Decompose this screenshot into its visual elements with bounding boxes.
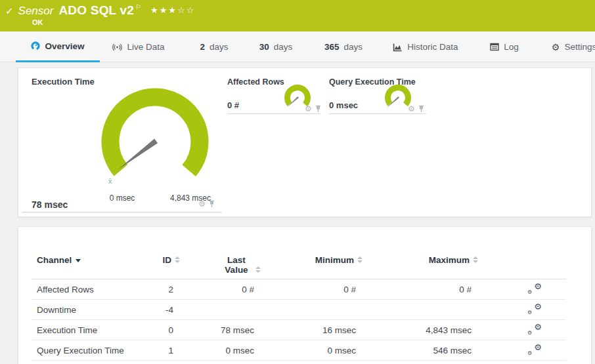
status-ok-check-icon: ✓ — [5, 5, 14, 17]
pin-icon[interactable] — [315, 105, 321, 113]
channel-last-value: 0 # — [173, 279, 254, 300]
broadcast-icon — [112, 43, 122, 52]
column-label: Maximum — [429, 255, 470, 265]
main-gauge — [99, 86, 211, 197]
channel-last-value: 0 msec — [173, 340, 254, 361]
channel-id: 1 — [130, 340, 173, 361]
edit-channel-settings-icon[interactable]: ⚙⚙ — [527, 283, 542, 294]
column-header-id[interactable]: ID — [130, 227, 173, 279]
pin-icon[interactable] — [418, 105, 424, 113]
channel-last-value: 78 msec — [173, 320, 254, 340]
sort-icons — [175, 256, 180, 263]
channel-maximum: 0 # — [356, 279, 472, 300]
tab-30-days[interactable]: 30 days — [252, 31, 299, 62]
stars-filled[interactable]: ★★★ — [150, 5, 177, 15]
tab-number: 2 — [200, 42, 205, 52]
average-marker: x̄ — [108, 177, 112, 185]
tab-live-data[interactable]: Live Data — [102, 31, 175, 62]
sensor-title-line: ✓ Sensor ADO SQL v2 ⚐ ★★★☆☆ — [5, 3, 195, 18]
priority-stars[interactable]: ★★★☆☆ — [150, 5, 195, 15]
tab-label: Overview — [45, 41, 84, 51]
tab-365-days[interactable]: 365 days — [315, 31, 372, 62]
channel-name: Query Execution Time — [32, 340, 130, 361]
channel-last-value — [173, 300, 254, 320]
divider — [227, 113, 320, 114]
tab-label: days — [274, 42, 293, 52]
tab-label: days — [209, 42, 229, 52]
prtg-sensor-page: ✓ Sensor ADO SQL v2 ⚐ ★★★☆☆ OK Overview … — [0, 0, 595, 364]
gauge-hover-tools: ⚙ — [408, 105, 424, 113]
channel-name: Downtime — [32, 300, 130, 320]
sort-desc-icon — [76, 259, 81, 262]
column-label: Minimum — [315, 255, 354, 265]
tab-settings[interactable]: ⚙ Settings — [545, 31, 595, 62]
small-gauge-title: Affected Rows — [227, 77, 284, 87]
channel-id: -4 — [130, 300, 173, 320]
small-gauge-value: 0 # — [227, 100, 239, 110]
column-header-minimum[interactable]: Minimum — [254, 227, 356, 279]
divider — [22, 212, 221, 212]
channel-name: Execution Time — [32, 320, 130, 340]
tab-label: Historic Data — [407, 42, 458, 52]
log-list-icon — [490, 43, 499, 51]
channel-minimum: 16 msec — [254, 320, 356, 340]
tab-bar: Overview Live Data 2 days 30 days 365 da… — [0, 31, 595, 62]
gear-icon: ⚙ — [552, 43, 560, 52]
gauge-icon — [31, 41, 40, 51]
tab-overview[interactable]: Overview — [16, 31, 100, 62]
stars-empty[interactable]: ☆☆ — [177, 5, 195, 15]
gauge-hover-tools: ⚙ — [198, 200, 215, 208]
main-gauge-value: 78 msec — [32, 199, 68, 210]
channel-minimum — [254, 300, 356, 320]
channel-minimum: 0 msec — [254, 340, 356, 361]
gauge-min-label: 0 msec — [89, 193, 155, 203]
pin-icon[interactable] — [209, 200, 215, 208]
edit-channel-settings-icon[interactable]: ⚙⚙ — [527, 303, 542, 314]
table-row: Execution Time 0 78 msec 16 msec 4,843 m… — [32, 320, 566, 340]
gauge-settings-gear-icon[interactable]: ⚙ — [305, 105, 312, 113]
tab-label: Settings — [564, 42, 595, 52]
gauge-hover-tools: ⚙ — [305, 105, 321, 113]
tab-label: days — [344, 42, 363, 52]
tab-label: Log — [504, 42, 519, 52]
column-header-channel[interactable]: Channel — [32, 227, 130, 279]
column-label: ID — [163, 255, 172, 265]
gauge-settings-gear-icon[interactable]: ⚙ — [198, 200, 206, 208]
sort-icons — [255, 266, 261, 273]
column-label: Channel — [37, 255, 72, 265]
channel-id: 0 — [130, 320, 173, 340]
table-header-row: Channel ID Last Value Minimum Maximum — [32, 227, 566, 279]
status-text: OK — [32, 18, 43, 26]
channels-panel: Channel ID Last Value Minimum Maximum Af… — [18, 226, 592, 364]
flag-icon[interactable]: ⚐ — [135, 3, 141, 10]
gauge-settings-gear-icon[interactable]: ⚙ — [408, 105, 415, 113]
sort-icons — [357, 256, 363, 263]
tab-label: Live Data — [127, 42, 164, 52]
area-chart-icon — [393, 43, 403, 52]
channels-table: Channel ID Last Value Minimum Maximum Af… — [32, 227, 566, 361]
sensor-name: ADO SQL v2 — [58, 3, 134, 18]
small-gauge-value: 0 msec — [329, 100, 358, 110]
tab-log[interactable]: Log — [485, 31, 524, 62]
edit-channel-settings-icon[interactable]: ⚙⚙ — [527, 323, 542, 334]
object-kind-label: Sensor — [18, 5, 54, 18]
table-row: Affected Rows 2 0 # 0 # 0 # ⚙⚙ — [32, 279, 566, 300]
main-gauge-title: Execution Time — [32, 77, 95, 87]
column-label: Last Value — [221, 255, 252, 275]
tab-historic-data[interactable]: Historic Data — [387, 31, 464, 62]
column-header-last-value[interactable]: Last Value — [173, 227, 254, 279]
table-row: Downtime -4 ⚙⚙ — [32, 300, 566, 320]
sensor-status-bar: ✓ Sensor ADO SQL v2 ⚐ ★★★☆☆ OK — [0, 0, 595, 31]
column-header-maximum[interactable]: Maximum — [356, 227, 472, 279]
channel-maximum — [356, 300, 472, 320]
channel-maximum: 546 msec — [356, 340, 472, 361]
edit-channel-settings-icon[interactable]: ⚙⚙ — [527, 344, 542, 355]
sort-icons — [473, 256, 478, 263]
table-row: Query Execution Time 1 0 msec 0 msec 546… — [32, 340, 566, 361]
channel-maximum: 4,843 msec — [356, 320, 472, 340]
column-header-settings — [472, 227, 566, 279]
gauges-panel: Execution Time x̄ 0 msec 4,843 msec 78 m… — [18, 68, 592, 217]
tab-2-days[interactable]: 2 days — [190, 31, 238, 62]
tab-number: 30 — [259, 42, 269, 52]
tab-number: 365 — [324, 42, 340, 52]
